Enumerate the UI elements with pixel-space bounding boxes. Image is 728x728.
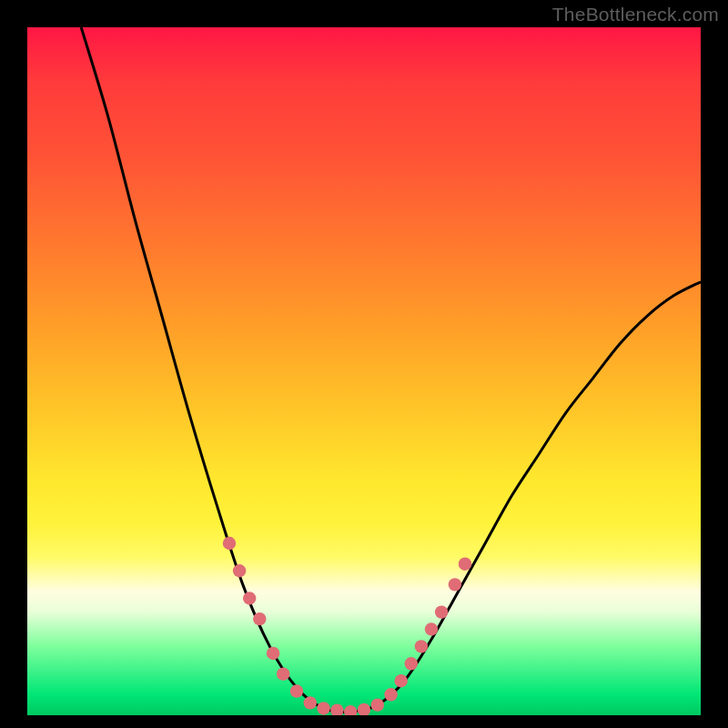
curve-marker bbox=[415, 640, 428, 652]
curve-marker bbox=[290, 684, 303, 697]
curve-marker bbox=[253, 612, 266, 625]
plot-area bbox=[27, 27, 701, 715]
curve-marker bbox=[223, 537, 236, 550]
chart-frame: TheBottleneck.com bbox=[0, 0, 728, 728]
curve-line bbox=[81, 27, 701, 713]
curve-marker bbox=[277, 667, 289, 680]
bottleneck-curve bbox=[27, 27, 701, 715]
curve-marker bbox=[459, 557, 471, 570]
curve-marker bbox=[267, 647, 279, 660]
curve-marker bbox=[344, 705, 357, 715]
curve-marker bbox=[243, 592, 256, 604]
curve-marker bbox=[304, 696, 317, 709]
curve-marker bbox=[435, 605, 448, 618]
curve-marker bbox=[449, 578, 461, 591]
curve-marker bbox=[233, 564, 246, 577]
curve-marker bbox=[317, 702, 329, 714]
curve-marker bbox=[371, 698, 384, 711]
curve-marker bbox=[395, 674, 408, 687]
curve-marker bbox=[358, 703, 370, 715]
watermark-label: TheBottleneck.com bbox=[552, 4, 719, 25]
curve-marker bbox=[425, 622, 438, 635]
curve-marker bbox=[330, 704, 343, 715]
curve-marker bbox=[384, 688, 397, 701]
curve-marker bbox=[405, 657, 418, 670]
